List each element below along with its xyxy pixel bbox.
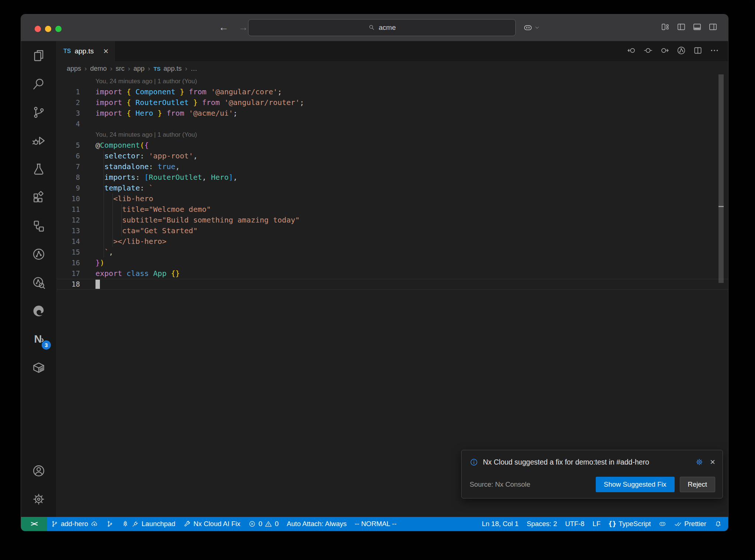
breadcrumb-item-[interactable]: … [191,65,197,73]
scrollbar-cursor-marker [719,206,724,207]
code-line-18[interactable]: 18 [57,279,728,290]
tab-app-ts[interactable]: TS app.ts × [57,41,115,61]
code-line-6[interactable]: 6 selector: 'app-root', [57,151,728,161]
indent-guide [121,204,122,215]
reject-button[interactable]: Reject [680,477,715,492]
status-item-auto-attach[interactable]: Auto Attach: Always [283,517,351,531]
tab-bar: TS app.ts × [57,41,728,61]
code-token: ( [140,141,144,150]
status-item-notifications-bell[interactable] [710,517,726,531]
code-token: : [149,162,158,171]
code-line-14[interactable]: 14 ></lib-hero> [57,236,728,247]
nx-graph-view-button[interactable] [676,46,686,57]
breadcrumb-item-apps[interactable]: apps [67,65,81,73]
activity-bar: N›3 [21,41,57,517]
code-content: ></lib-hero> [95,236,167,247]
sidebar-item-edge-devtools[interactable] [21,297,56,325]
code-line-9[interactable]: 9 template: ` [57,183,728,193]
customize-layout-button[interactable] [661,22,670,33]
code-line-17[interactable]: 17export class App {} [57,268,728,279]
code-line-3[interactable]: 3import { Hero } from '@acme/ui'; [57,108,728,119]
line-number: 13 [57,225,80,236]
sidebar-item-testing[interactable] [21,155,56,183]
code-line-7[interactable]: 7 standalone: true, [57,161,728,172]
status-item-indentation[interactable]: Spaces: 2 [523,517,561,531]
indent-guide [112,215,113,225]
sidebar-item-extensions[interactable] [21,183,56,211]
close-icon[interactable]: × [710,458,715,466]
code-content: title="Welcmoe demo" [95,204,211,215]
code-token [131,109,135,118]
code-line-16[interactable]: 16}) [57,258,728,268]
code-line-13[interactable]: 13 cta="Get Started" [57,225,728,236]
code-line-5[interactable]: 5@Component({ [57,140,728,151]
sidebar-item-nx-console[interactable]: N›3 [21,325,56,353]
status-item-launchpad[interactable]: Launchpad [118,517,180,531]
code-token: standalone [104,162,149,171]
code-line-2[interactable]: 2import { RouterOutlet } from '@angular/… [57,97,728,108]
sidebar-item-search[interactable] [21,70,56,98]
sidebar-item-type-hierarchy[interactable] [21,211,56,240]
command-center-search[interactable]: acme [248,19,516,36]
copilot-menu[interactable] [523,14,540,41]
code-token: Component [100,141,140,150]
breadcrumb-item-demo[interactable]: demo [90,65,107,73]
code-token: : [135,173,144,182]
navigate-back-button[interactable] [627,46,636,57]
status-item-prettier[interactable]: Prettier [670,517,710,531]
breadcrumb-item-app.ts[interactable]: TSapp.ts [153,65,181,73]
window-close-button[interactable] [35,26,41,32]
status-item-nx-cloud-ai-fix[interactable]: Nx Cloud AI Fix [180,517,245,531]
remote-indicator[interactable]: >< [21,517,47,531]
code-line-8[interactable]: 8 imports: [RouterOutlet, Hero], [57,172,728,183]
sidebar-item-manage-settings[interactable] [21,485,56,513]
sidebar-item-git-graph[interactable] [21,240,56,268]
navigate-current-button[interactable] [643,46,653,57]
code-line-11[interactable]: 11 title="Welcmoe demo" [57,204,728,215]
indent-guide [112,204,113,215]
beaker-icon [32,162,46,176]
status-item-problems[interactable]: 00 [244,517,283,531]
status-item-git-branch[interactable]: add-hero [47,517,102,531]
window-minimize-button[interactable] [45,26,51,32]
status-item-eol[interactable]: LF [588,517,605,531]
code-token: cta="Get Started" [95,226,198,235]
code-line-1[interactable]: 1import { Component } from '@angular/cor… [57,87,728,97]
window-zoom-button[interactable] [55,26,62,32]
code-token: @ [95,141,100,150]
sidebar-item-source-control[interactable] [21,98,56,126]
split-editor-button[interactable] [693,46,703,57]
line-number: 10 [57,193,80,204]
code-line-10[interactable]: 10 <lib-hero [57,193,728,204]
status-item-vim-mode[interactable]: -- NORMAL -- [351,517,400,531]
show-suggested-fix-button[interactable]: Show Suggested Fix [596,477,675,492]
editor-scrollbar[interactable] [719,74,724,283]
status-item-copilot-status[interactable] [655,517,670,531]
code-line-12[interactable]: 12 subtitle="Build something amazing tod… [57,215,728,225]
go-forward-button[interactable]: → [238,22,248,33]
go-back-button[interactable]: ← [219,22,229,33]
toggle-secondary-sidebar-button[interactable] [708,22,718,33]
code-token [206,87,211,96]
navigate-forward-button[interactable] [660,46,669,57]
sidebar-item-containers[interactable] [21,353,56,382]
breadcrumb-item-src[interactable]: src [116,65,125,73]
breadcrumb-item-app[interactable]: app [133,65,145,73]
sidebar-item-accounts[interactable] [21,456,56,485]
code-token: , [109,248,113,256]
tab-close-icon[interactable]: × [103,47,108,56]
status-item-commit-graph[interactable] [102,517,118,531]
sidebar-item-explorer[interactable] [21,41,56,70]
code-line-4[interactable]: 4 [57,119,728,129]
sidebar-item-run-and-debug[interactable] [21,126,56,155]
toggle-panel-button[interactable] [692,22,702,33]
code-line-15[interactable]: 15 `, [57,247,728,258]
status-item-encoding[interactable]: UTF-8 [561,517,588,531]
gear-icon[interactable] [695,458,703,466]
sidebar-item-commit-search[interactable] [21,268,56,297]
status-item-language-mode[interactable]: {}TypeScript [605,517,655,531]
more-actions-button[interactable] [710,46,719,57]
status-item-cursor-position[interactable]: Ln 18, Col 1 [478,517,523,531]
code-token: import [95,109,122,118]
toggle-primary-sidebar-button[interactable] [676,22,686,33]
